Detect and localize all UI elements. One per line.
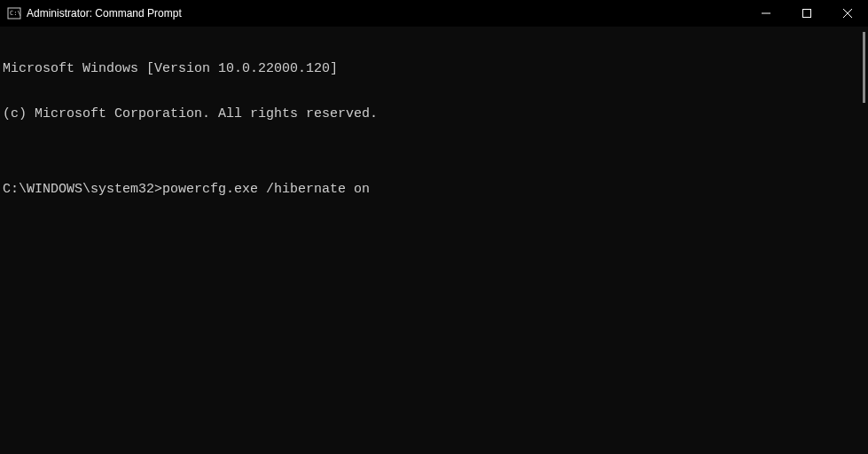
maximize-button[interactable] bbox=[786, 0, 827, 27]
window-controls bbox=[746, 0, 868, 27]
cmd-icon: C:\ bbox=[7, 6, 21, 20]
titlebar[interactable]: C:\ Administrator: Command Prompt bbox=[0, 0, 868, 27]
minimize-button[interactable] bbox=[746, 0, 786, 27]
window-title: Administrator: Command Prompt bbox=[27, 7, 182, 20]
vertical-scrollbar[interactable] bbox=[863, 32, 865, 103]
prompt-path: C:\WINDOWS\system32> bbox=[3, 182, 162, 197]
svg-text:C:\: C:\ bbox=[10, 10, 21, 17]
console-prompt-line: C:\WINDOWS\system32>powercfg.exe /hibern… bbox=[3, 182, 865, 197]
console-line: (c) Microsoft Corporation. All rights re… bbox=[3, 106, 865, 121]
typed-command: powercfg.exe /hibernate on bbox=[162, 182, 370, 197]
console-line: Microsoft Windows [Version 10.0.22000.12… bbox=[3, 61, 865, 76]
svg-rect-3 bbox=[803, 10, 811, 18]
command-prompt-window: C:\ Administrator: Command Prompt Micros… bbox=[0, 0, 868, 454]
close-button[interactable] bbox=[827, 0, 868, 27]
console-output[interactable]: Microsoft Windows [Version 10.0.22000.12… bbox=[0, 27, 868, 454]
